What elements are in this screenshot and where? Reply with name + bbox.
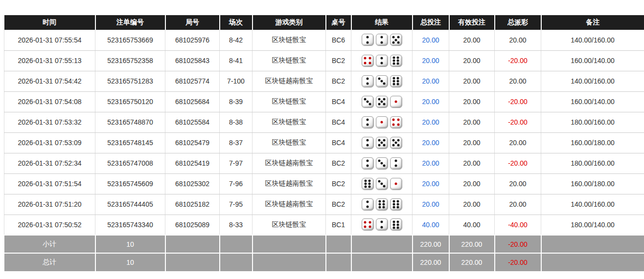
die-2-icon [376, 34, 388, 46]
die-2-icon [376, 218, 388, 231]
cell-total-bet[interactable]: 40.00 [413, 215, 449, 235]
column-header: 场次 [220, 15, 253, 30]
table-row: 2026-01-31 07:54:42 523165751283 6810257… [4, 71, 644, 91]
die-4-icon [362, 218, 374, 231]
cell-session: 8-41 [220, 50, 253, 71]
die-5-icon [376, 137, 388, 149]
die-2-icon [362, 116, 374, 129]
cell-remark: 140.00/160.00 [541, 30, 644, 50]
subtotal-empty-game [253, 235, 326, 253]
cell-result [351, 194, 413, 215]
cell-game-type: 区块链骰宝 [253, 132, 326, 153]
cell-result [351, 30, 413, 50]
cell-result [351, 91, 413, 112]
cell-remark: 140.00/160.00 [541, 71, 644, 91]
cell-table-no: BC4 [326, 112, 351, 132]
subtotal-count: 10 [95, 235, 165, 253]
cell-valid-bet: 20.00 [449, 71, 495, 91]
die-2-icon [390, 157, 402, 170]
cell-total-bet[interactable]: 20.00 [413, 30, 449, 50]
cell-total-bet[interactable]: 20.00 [413, 132, 449, 153]
cell-session: 8-37 [220, 132, 253, 153]
table-header: 时间注单编号局号场次游戏类别桌号结果总投注有效投注总派彩备注 [4, 15, 644, 30]
cell-round-id: 681025684 [165, 91, 220, 112]
cell-result [351, 112, 413, 132]
cell-time: 2026-01-31 07:55:54 [4, 30, 95, 50]
cell-total-bet[interactable]: 20.00 [413, 194, 449, 215]
cell-table-no: BC2 [326, 194, 351, 215]
cell-valid-bet: 20.00 [449, 30, 495, 50]
cell-table-no: BC6 [326, 30, 351, 50]
total-total-bet: 220.00 [413, 253, 449, 271]
cell-total-bet[interactable]: 20.00 [413, 91, 449, 112]
cell-remark: 140.00/160.00 [541, 194, 644, 215]
cell-payout: -20.00 [495, 153, 541, 173]
cell-remark: 180.00/160.00 [541, 112, 644, 132]
column-header: 备注 [541, 15, 644, 30]
cell-total-bet[interactable]: 20.00 [413, 173, 449, 194]
cell-valid-bet: 20.00 [449, 91, 495, 112]
cell-payout: 20.00 [495, 71, 541, 91]
table-footer: 小计 10 220.00 220.00 -20.00 总计 10 220.00 … [4, 235, 644, 271]
cell-bet-id: 523165747008 [95, 153, 165, 173]
cell-valid-bet: 20.00 [449, 112, 495, 132]
cell-total-bet[interactable]: 20.00 [413, 112, 449, 132]
die-1-icon [390, 178, 402, 190]
cell-table-no: BC2 [326, 153, 351, 173]
cell-table-no: BC4 [326, 91, 351, 112]
cell-total-bet[interactable]: 20.00 [413, 153, 449, 173]
subtotal-row: 小计 10 220.00 220.00 -20.00 [4, 235, 644, 253]
die-6-icon [376, 198, 388, 211]
cell-game-type: 区块链骰宝 [253, 91, 326, 112]
die-2-icon [362, 157, 374, 170]
cell-round-id: 681025089 [165, 215, 220, 235]
cell-table-no: BC4 [326, 132, 351, 153]
cell-round-id: 681025843 [165, 50, 220, 71]
cell-time: 2026-01-31 07:51:54 [4, 173, 95, 194]
cell-valid-bet: 20.00 [449, 50, 495, 71]
cell-bet-id: 523165751283 [95, 71, 165, 91]
total-row: 总计 10 220.00 220.00 -20.00 [4, 253, 644, 271]
table-row: 2026-01-31 07:55:13 523165752358 6810258… [4, 50, 644, 71]
die-3-icon [362, 96, 374, 108]
cell-round-id: 681025182 [165, 194, 220, 215]
cell-round-id: 681025419 [165, 153, 220, 173]
die-3-icon [376, 75, 388, 87]
die-6-icon [390, 218, 402, 231]
cell-game-type: 区块链越南骰宝 [253, 71, 326, 91]
die-4-icon [390, 116, 402, 129]
column-header: 局号 [165, 15, 220, 30]
cell-session: 7-100 [220, 71, 253, 91]
subtotal-empty-remark [541, 235, 644, 253]
total-empty-remark [541, 253, 644, 271]
table-row: 2026-01-31 07:52:34 523165747008 6810254… [4, 153, 644, 173]
die-1-icon [376, 116, 388, 129]
subtotal-payout: -20.00 [495, 235, 541, 253]
cell-remark: 160.00/140.00 [541, 91, 644, 112]
cell-game-type: 区块链越南骰宝 [253, 194, 326, 215]
cell-result [351, 153, 413, 173]
subtotal-empty-round [165, 235, 220, 253]
table-row: 2026-01-31 07:51:20 523165744405 6810251… [4, 194, 644, 215]
cell-payout: -20.00 [495, 112, 541, 132]
cell-result [351, 71, 413, 91]
cell-result [351, 173, 413, 194]
header-row: 时间注单编号局号场次游戏类别桌号结果总投注有效投注总派彩备注 [4, 15, 644, 30]
cell-table-no: BC2 [326, 50, 351, 71]
subtotal-empty-session [220, 235, 253, 253]
cell-remark: 180.00/160.00 [541, 153, 644, 173]
cell-round-id: 681025479 [165, 132, 220, 153]
total-empty-session [220, 253, 253, 271]
cell-valid-bet: 20.00 [449, 153, 495, 173]
table-row: 2026-01-31 07:53:09 523165748145 6810254… [4, 132, 644, 153]
cell-time: 2026-01-31 07:52:34 [4, 153, 95, 173]
total-empty-game [253, 253, 326, 271]
die-2-icon [362, 34, 374, 46]
total-count: 10 [95, 253, 165, 271]
cell-total-bet[interactable]: 20.00 [413, 71, 449, 91]
die-6-icon [362, 178, 374, 190]
cell-total-bet[interactable]: 20.00 [413, 50, 449, 71]
subtotal-total-bet: 220.00 [413, 235, 449, 253]
cell-valid-bet: 20.00 [449, 132, 495, 153]
cell-payout: -40.00 [495, 215, 541, 235]
